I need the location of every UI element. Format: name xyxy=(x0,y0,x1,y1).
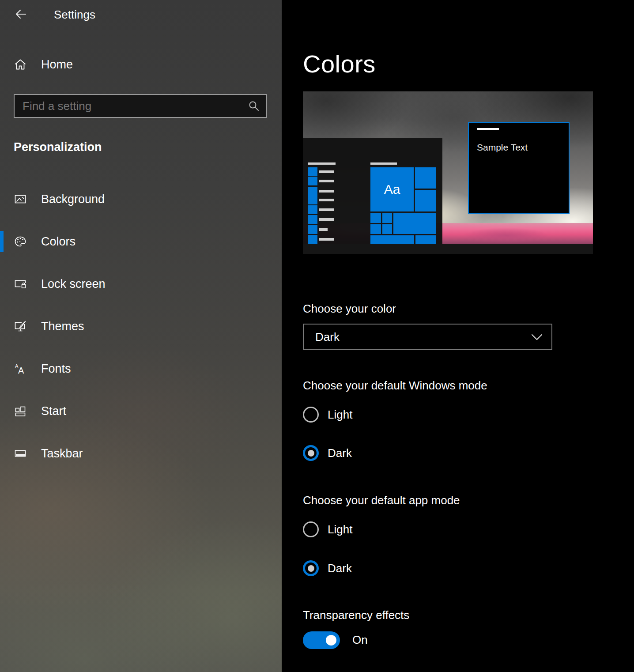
color-dropdown-value: Dark xyxy=(315,330,530,344)
choose-color-label: Choose your color xyxy=(303,302,396,316)
app-title: Settings xyxy=(54,8,95,22)
sidebar-item-label: Themes xyxy=(41,320,84,333)
start-icon xyxy=(14,404,27,418)
sidebar-item-home[interactable]: Home xyxy=(0,51,282,78)
sidebar-item-label: Lock screen xyxy=(41,277,106,291)
search-box xyxy=(14,94,267,118)
sidebar-item-colors[interactable]: Colors xyxy=(0,228,282,255)
settings-window: Settings Home Personalization xyxy=(0,0,634,672)
home-icon xyxy=(14,58,27,71)
preview-sample-text: Sample Text xyxy=(477,142,528,153)
fonts-icon: A A xyxy=(14,362,27,375)
sidebar-item-themes[interactable]: Themes xyxy=(0,313,282,340)
sidebar-item-lock-screen[interactable]: Lock screen xyxy=(0,271,282,297)
sidebar-item-start[interactable]: Start xyxy=(0,398,282,424)
transparency-state: On xyxy=(352,633,368,647)
preview-window-titlebar-dash xyxy=(477,128,499,130)
app-mode-label: Choose your default app mode xyxy=(303,494,460,507)
sidebar-item-label: Colors xyxy=(41,235,75,249)
theme-preview: Aa Sample Text xyxy=(303,91,593,254)
svg-text:A: A xyxy=(18,366,24,375)
radio-app-mode-light[interactable]: Light xyxy=(303,521,352,537)
titlebar: Settings xyxy=(0,0,282,29)
toggle-knob-icon xyxy=(326,635,336,646)
sidebar-item-label: Home xyxy=(41,58,73,72)
search-input[interactable] xyxy=(15,95,248,117)
back-arrow-icon xyxy=(14,8,27,21)
page-title: Colors xyxy=(303,49,376,78)
sidebar-item-fonts[interactable]: A A Fonts xyxy=(0,355,282,382)
section-heading: Personalization xyxy=(14,140,102,154)
sidebar-item-background[interactable]: Background xyxy=(0,186,282,212)
lock-screen-icon xyxy=(14,277,27,291)
preview-sample-window: Sample Text xyxy=(468,122,570,214)
main-panel: Colors xyxy=(282,0,634,672)
windows-mode-label: Choose your default Windows mode xyxy=(303,379,487,393)
radio-label: Light xyxy=(328,523,352,536)
preview-ground-strip xyxy=(303,244,593,254)
radio-windows-mode-dark[interactable]: Dark xyxy=(303,445,352,461)
transparency-toggle[interactable] xyxy=(303,631,340,649)
sidebar-item-taskbar[interactable]: Taskbar xyxy=(0,440,282,467)
taskbar-icon xyxy=(14,447,27,460)
radio-windows-mode-light[interactable]: Light xyxy=(303,407,352,423)
preview-aa-tile: Aa xyxy=(370,167,414,211)
image-icon xyxy=(14,193,27,206)
radio-app-mode-dark[interactable]: Dark xyxy=(303,560,352,576)
sidebar-item-label: Fonts xyxy=(41,362,71,376)
themes-icon xyxy=(14,320,27,333)
sidebar-item-label: Start xyxy=(41,404,66,418)
palette-icon xyxy=(14,235,27,248)
preview-start-menu: Aa xyxy=(303,138,442,244)
sidebar-item-label: Background xyxy=(41,193,105,206)
color-dropdown[interactable]: Dark xyxy=(303,324,552,350)
radio-label: Dark xyxy=(328,446,352,460)
radio-unselected-icon xyxy=(303,521,319,537)
radio-unselected-icon xyxy=(303,407,319,423)
radio-label: Dark xyxy=(328,562,352,575)
search-icon[interactable] xyxy=(248,100,260,112)
radio-label: Light xyxy=(328,408,352,422)
back-button[interactable] xyxy=(14,8,27,21)
chevron-down-icon xyxy=(530,332,543,342)
radio-selected-icon xyxy=(303,560,319,576)
sidebar-item-label: Taskbar xyxy=(41,447,83,461)
sidebar: Settings Home Personalization xyxy=(0,0,282,672)
transparency-label: Transparency effects xyxy=(303,608,409,622)
radio-selected-icon xyxy=(303,445,319,461)
